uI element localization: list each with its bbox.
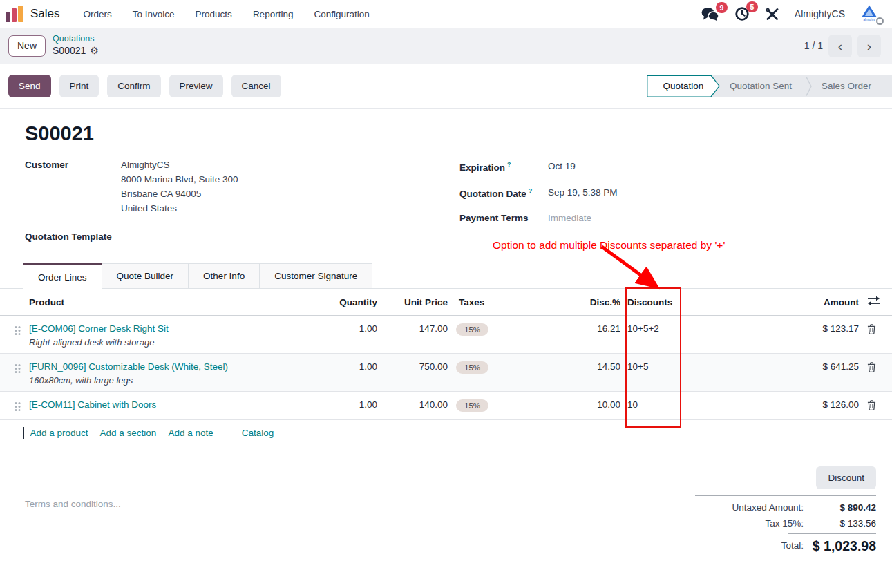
col-taxes[interactable]: Taxes [450, 297, 542, 307]
total-divider [788, 533, 876, 534]
product-description[interactable]: 160x80cm, with large legs [29, 375, 322, 386]
unit-price-cell[interactable]: 147.00 [380, 316, 450, 339]
pager-previous-button[interactable]: ‹ [828, 35, 852, 57]
discounts-cell[interactable]: 10 [623, 392, 683, 415]
col-product[interactable]: Product [28, 297, 325, 307]
col-disc[interactable]: Disc.% [542, 297, 623, 307]
app-name[interactable]: Sales [30, 7, 60, 21]
control-panel: New Quotations S00021 ⚙ 1 / 1 ‹ › [0, 28, 892, 64]
add-note-link[interactable]: Add a note [168, 428, 213, 438]
status-quotation-sent[interactable]: Quotation Sent [720, 81, 801, 91]
new-button[interactable]: New [8, 35, 46, 57]
tab-order-lines[interactable]: Order Lines [23, 263, 102, 290]
customer-name[interactable]: AlmightyCS [121, 160, 238, 170]
tax-label: Tax 15%: [695, 515, 804, 531]
drag-handle[interactable] [0, 316, 28, 343]
gear-icon[interactable]: ⚙ [90, 45, 99, 57]
quantity-cell[interactable]: 1.00 [325, 354, 380, 377]
messages-badge: 9 [716, 2, 728, 13]
trash-icon [867, 400, 876, 410]
col-quantity[interactable]: Quantity [325, 297, 380, 307]
terms-placeholder[interactable]: Terms and conditions... [25, 499, 121, 509]
tab-other-info[interactable]: Other Info [189, 263, 260, 289]
disc-cell[interactable]: 10.00 [542, 392, 623, 415]
col-unit-price[interactable]: Unit Price [380, 297, 450, 307]
menu-to-invoice[interactable]: To Invoice [133, 9, 175, 19]
menu-products[interactable]: Products [196, 9, 232, 19]
expiration-value[interactable]: Oct 19 [548, 161, 576, 173]
total-value: $ 1,023.98 [804, 535, 876, 556]
tax-value: $ 133.56 [804, 515, 876, 531]
sales-app-logo-icon[interactable] [6, 6, 23, 22]
quotation-date-label: Quotation Date? [459, 187, 548, 199]
status-quotation[interactable]: Quotation [647, 75, 720, 97]
print-button[interactable]: Print [59, 75, 99, 97]
pager-next-button[interactable]: › [857, 35, 881, 57]
status-bar: Quotation Quotation Sent Sales Order [647, 75, 892, 97]
optional-columns-button[interactable] [862, 296, 892, 308]
confirm-button[interactable]: Confirm [107, 75, 160, 97]
chevron-right-icon: › [867, 39, 871, 53]
activities-icon[interactable]: 5 [734, 6, 750, 21]
totals-divider [695, 495, 876, 496]
cancel-button[interactable]: Cancel [231, 75, 281, 97]
user-avatar[interactable]: almighty [860, 4, 882, 23]
chevron-left-icon: ‹ [838, 39, 842, 53]
discounts-cell[interactable]: 10+5 [623, 354, 683, 377]
col-amount[interactable]: Amount [793, 297, 862, 307]
col-discounts[interactable]: Discounts [623, 297, 683, 307]
send-button[interactable]: Send [8, 75, 51, 97]
navbar-right: 9 5 AlmightyCS almighty [701, 4, 882, 23]
form-sheet: S00021 Customer AlmightyCS 8000 Marina B… [0, 110, 892, 588]
quantity-cell[interactable]: 1.00 [325, 392, 380, 415]
add-product-link[interactable]: Add a product [30, 428, 88, 438]
menu-orders[interactable]: Orders [84, 9, 112, 19]
add-section-link[interactable]: Add a section [100, 428, 157, 438]
quantity-cell[interactable]: 1.00 [325, 316, 380, 339]
help-icon: ? [529, 187, 533, 194]
status-sales-order[interactable]: Sales Order [812, 81, 881, 91]
product-link[interactable]: [FURN_0096] Customizable Desk (White, St… [29, 361, 322, 372]
payment-terms-value[interactable]: Immediate [548, 213, 591, 223]
breadcrumb-quotations[interactable]: Quotations [53, 34, 99, 45]
total-label: Total: [695, 535, 804, 556]
main-menu: Orders To Invoice Products Reporting Con… [84, 9, 370, 19]
tax-badge[interactable]: 15% [456, 323, 488, 336]
breadcrumb-current: S00021 [53, 45, 86, 57]
expiration-label: Expiration? [459, 161, 548, 173]
product-link[interactable]: [E-COM11] Cabinet with Doors [29, 399, 322, 410]
tab-customer-signature[interactable]: Customer Signature [260, 263, 372, 289]
drag-handle[interactable] [0, 392, 28, 419]
tab-quote-builder[interactable]: Quote Builder [102, 263, 189, 289]
text-cursor [23, 427, 24, 439]
grip-dots-icon [15, 363, 21, 374]
delete-row-button[interactable] [862, 392, 892, 418]
tax-badge[interactable]: 15% [456, 399, 488, 412]
menu-configuration[interactable]: Configuration [314, 9, 369, 19]
sliders-icon [867, 296, 880, 306]
unit-price-cell[interactable]: 750.00 [380, 354, 450, 377]
discount-button[interactable]: Discount [816, 466, 876, 489]
catalog-link[interactable]: Catalog [242, 428, 274, 438]
disc-cell[interactable]: 14.50 [542, 354, 623, 377]
document-title: S00021 [25, 122, 94, 145]
tax-badge[interactable]: 15% [456, 361, 488, 374]
unit-price-cell[interactable]: 140.00 [380, 392, 450, 415]
delete-row-button[interactable] [862, 354, 892, 380]
menu-reporting[interactable]: Reporting [253, 9, 294, 19]
wrench-screwdriver-icon [765, 8, 779, 21]
discounts-cell[interactable]: 10+5+2 [623, 316, 683, 339]
table-header-row: Product Quantity Unit Price Taxes Disc.%… [0, 289, 892, 316]
disc-cell[interactable]: 16.21 [542, 316, 623, 339]
quotation-date-value[interactable]: Sep 19, 5:38 PM [548, 187, 618, 199]
product-description[interactable]: Right-aligned desk with storage [29, 337, 322, 348]
messages-icon[interactable]: 9 [701, 7, 719, 21]
drag-handle[interactable] [0, 354, 28, 381]
trash-icon [867, 324, 876, 334]
user-name[interactable]: AlmightyCS [795, 8, 845, 19]
preview-button[interactable]: Preview [169, 75, 223, 97]
table-row: [E-COM06] Corner Desk Right Sit Right-al… [0, 316, 892, 354]
developer-tools-icon[interactable] [765, 8, 779, 21]
product-link[interactable]: [E-COM06] Corner Desk Right Sit [29, 323, 322, 334]
delete-row-button[interactable] [862, 316, 892, 342]
